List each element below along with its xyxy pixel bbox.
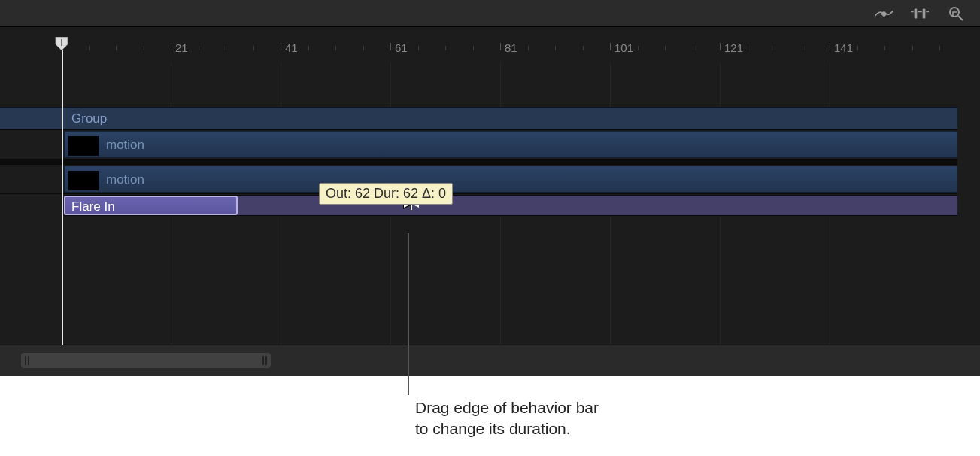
group-label: Group	[71, 111, 107, 126]
ruler-tick-label: 61	[395, 41, 408, 54]
ruler-tick-label: 141	[834, 41, 853, 54]
keyframe-curve-icon[interactable]	[875, 5, 893, 22]
behavior-track: Flare In	[64, 195, 957, 216]
ruler-ticks: 21416181101121141	[0, 37, 957, 62]
playhead[interactable]	[62, 37, 63, 345]
timeline-toolbar	[0, 0, 980, 27]
clip-bar[interactable]: motion	[64, 131, 957, 158]
trim-tooltip: Out: 62 Dur: 62 Δ: 0	[319, 183, 453, 205]
timeline-panel: 21416181101121141 Group motion motion	[0, 0, 980, 376]
callout-text: Drag edge of behavior bar to change its …	[415, 397, 599, 440]
clip-thumbnail	[68, 171, 99, 190]
svg-line-4	[958, 16, 963, 20]
svg-rect-2	[923, 8, 926, 18]
snap-icon[interactable]	[911, 5, 929, 22]
clip-thumbnail	[68, 136, 99, 156]
group-header-row[interactable]: Group	[0, 107, 957, 129]
ruler-tick-label: 121	[724, 41, 743, 54]
zoom-icon[interactable]	[947, 5, 965, 22]
ruler-tick-label: 41	[285, 41, 298, 54]
svg-rect-1	[915, 8, 918, 18]
clip-label: motion	[106, 172, 144, 187]
clip-bar[interactable]: motion	[64, 166, 957, 193]
horizontal-scrollbar[interactable]	[21, 353, 271, 368]
ruler-tick-label: 101	[614, 41, 633, 54]
playhead-flag-icon[interactable]	[54, 37, 69, 50]
callout-line	[408, 233, 409, 395]
timeline-footer	[0, 345, 980, 376]
behavior-row: Flare In	[0, 194, 957, 217]
time-ruler[interactable]: 21416181101121141	[0, 37, 957, 62]
ruler-tick-label: 81	[505, 41, 517, 54]
clip-row: motion	[0, 129, 957, 160]
behavior-label: Flare In	[71, 199, 115, 214]
tracks-area: Group motion motion Flare In	[0, 107, 957, 217]
ruler-tick-label: 21	[175, 41, 188, 54]
clip-label: motion	[106, 138, 144, 153]
clip-row: motion	[0, 164, 957, 194]
behavior-bar[interactable]: Flare In	[64, 196, 238, 215]
